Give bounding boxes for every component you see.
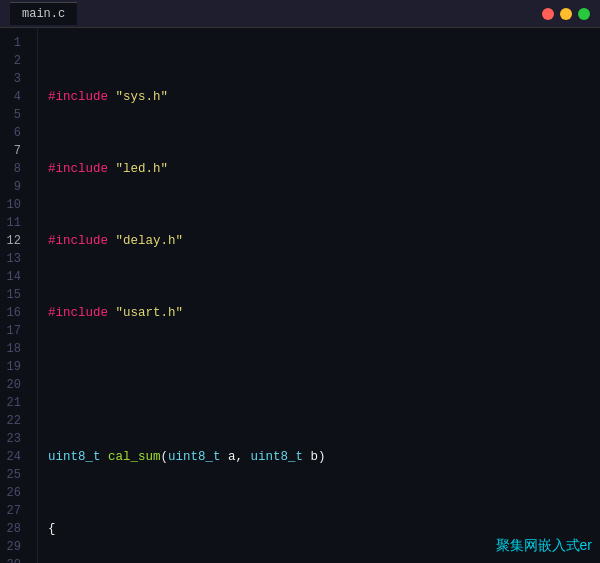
- code-line-5: [48, 376, 600, 394]
- close-button[interactable]: [542, 8, 554, 20]
- code-line-6: uint8_t cal_sum(uint8_t a, uint8_t b): [48, 448, 600, 466]
- code-line-4: #include "usart.h": [48, 304, 600, 322]
- line-numbers: 1 2 3 4 5 6 7 8 9 10 11 12 13 14 15 16 1…: [0, 28, 38, 563]
- minimize-button[interactable]: [560, 8, 572, 20]
- watermark: 聚集网嵌入式er: [496, 537, 592, 555]
- title-bar: main.c: [0, 0, 600, 28]
- code-content[interactable]: #include "sys.h" #include "led.h" #inclu…: [38, 28, 600, 563]
- file-tab[interactable]: main.c: [10, 2, 77, 25]
- code-line-1: #include "sys.h": [48, 88, 600, 106]
- tab-label: main.c: [22, 7, 65, 21]
- window-controls: [542, 8, 590, 20]
- watermark-text: 聚集网嵌入式er: [496, 537, 592, 553]
- code-line-7: {: [48, 520, 600, 538]
- editor-container: main.c 1 2 3 4 5 6 7 8 9 10 11 12 13 14 …: [0, 0, 600, 563]
- code-line-2: #include "led.h": [48, 160, 600, 178]
- code-line-3: #include "delay.h": [48, 232, 600, 250]
- code-area: 1 2 3 4 5 6 7 8 9 10 11 12 13 14 15 16 1…: [0, 28, 600, 563]
- maximize-button[interactable]: [578, 8, 590, 20]
